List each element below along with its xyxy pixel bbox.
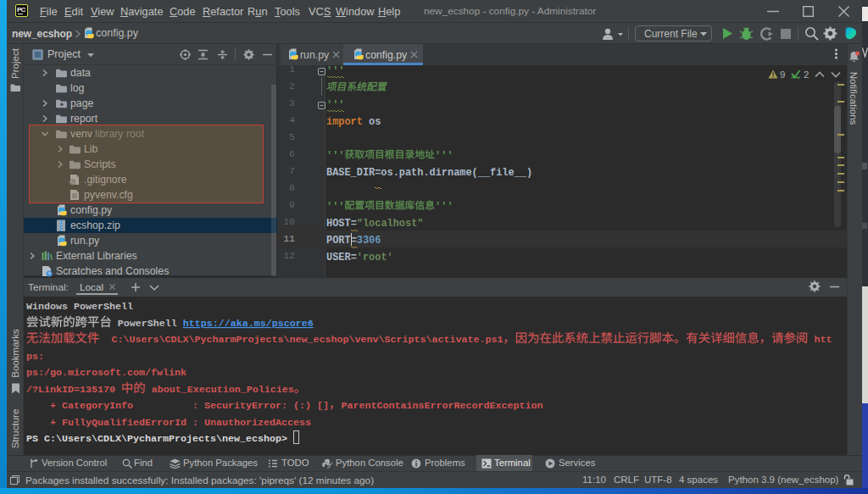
svg-text:PORT=: PORT= bbox=[326, 235, 357, 247]
svg-text:+ CategoryInfo : Secu: + CategoryInfo : SecurityError: (:) [] bbox=[26, 400, 329, 412]
svg-text:PS C:\Users\CDLX\PycharmProjec: PS C:\Users\CDLX\PycharmProjects\new_ecs… bbox=[26, 433, 293, 445]
svg-text:ps:/go.microsoft.com/fwlink: ps:/go.microsoft.com/fwlink bbox=[26, 367, 186, 379]
svg-text:''': ''' bbox=[435, 150, 453, 162]
svg-text:9: 9 bbox=[780, 69, 785, 80]
svg-text:HOST=: HOST= bbox=[326, 218, 357, 230]
svg-text:Windows PowerShell: Windows PowerShell bbox=[26, 301, 133, 313]
svg-text:USER=: USER= bbox=[326, 252, 357, 262]
svg-text:BASE_DIR=os.path.dirname(__fil: BASE_DIR=os.path.dirname(__file__) bbox=[326, 167, 532, 179]
svg-text:/?LinkID=135170: /?LinkID=135170 bbox=[26, 384, 121, 396]
svg-text:+ FullyQualifiedErrorId : Unau: + FullyQualifiedErrorId : UnauthorizedAc… bbox=[26, 417, 311, 429]
svg-text:ps:: ps: bbox=[26, 351, 44, 363]
svg-text:htt: htt bbox=[808, 334, 832, 346]
svg-text:https://aka.ms/pscore6: https://aka.ms/pscore6 bbox=[183, 318, 314, 330]
svg-text:''': ''' bbox=[326, 201, 345, 213]
svg-text:'root': 'root' bbox=[357, 252, 393, 262]
svg-text:ParentContainsErrorRecordExcep: ParentContainsErrorRecordException bbox=[341, 400, 542, 412]
svg-text:os: os bbox=[363, 116, 381, 128]
svg-text:''': ''' bbox=[326, 150, 345, 162]
svg-text:"localhost": "localhost" bbox=[357, 218, 424, 230]
svg-text:''': ''' bbox=[435, 201, 453, 213]
svg-text:import: import bbox=[326, 116, 363, 128]
svg-text:3306: 3306 bbox=[357, 235, 381, 247]
svg-text:PowerShell: PowerShell bbox=[112, 318, 183, 330]
svg-text:C:\Users\CDLX\PycharmProjects\: C:\Users\CDLX\PycharmProjects\new_ecshop… bbox=[99, 334, 503, 346]
svg-text:about_Execution_Policies: about_Execution_Policies bbox=[146, 384, 294, 396]
svg-text:2: 2 bbox=[804, 69, 809, 80]
